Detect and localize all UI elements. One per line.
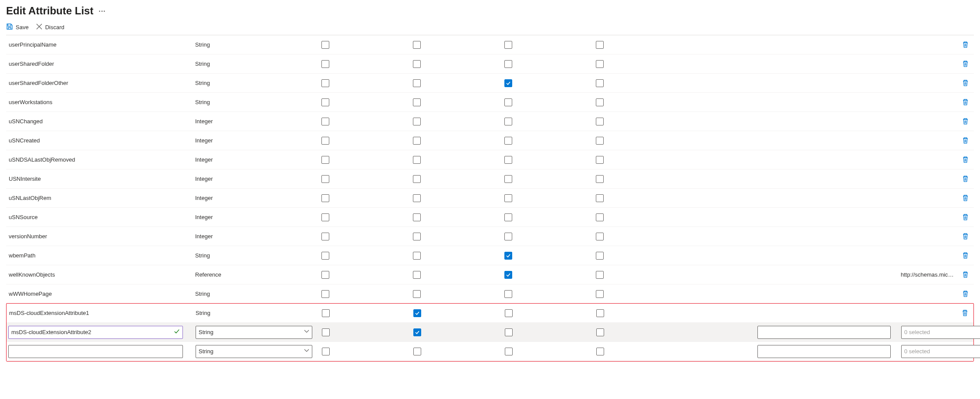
attribute-type-select[interactable]: String [196,326,312,339]
checkbox-col2[interactable] [413,348,421,355]
save-button[interactable]: Save [6,23,29,31]
checkbox-col1[interactable] [322,348,330,355]
checkbox-col2[interactable] [413,79,421,87]
attribute-name: userSharedFolderOther [6,80,193,86]
checkbox-col4[interactable] [596,156,604,164]
checkbox-col1[interactable] [321,233,329,240]
attribute-type: Integer [193,118,320,125]
checkbox-col1[interactable] [321,60,329,68]
checkbox-col2[interactable] [413,213,421,221]
attribute-name-input[interactable] [8,345,183,358]
checkbox-col2[interactable] [413,118,421,125]
checkbox-col1[interactable] [321,271,329,279]
checkbox-col1[interactable] [321,98,329,106]
delete-button[interactable] [956,213,974,221]
checkbox-col1[interactable] [321,156,329,164]
checkbox-col1[interactable] [321,252,329,260]
checkbox-col1[interactable] [322,309,330,317]
delete-button[interactable] [956,60,974,68]
more-icon[interactable]: ... [98,6,105,16]
checkbox-col1[interactable] [321,118,329,125]
api-select[interactable]: 0 selected [901,345,980,358]
delete-button[interactable] [956,194,974,202]
checkbox-col3[interactable] [504,98,512,106]
checkbox-col4[interactable] [596,41,604,49]
attribute-name-input[interactable]: msDS-cloudExtensionAttribute2 [8,326,183,339]
api-select[interactable]: 0 selected [901,326,980,339]
checkbox-col1[interactable] [321,290,329,298]
checkbox-col3[interactable] [504,271,512,279]
checkbox-col1[interactable] [321,175,329,183]
checkbox-col3[interactable] [504,79,512,87]
checkbox-col4[interactable] [596,233,604,240]
checkbox-col3[interactable] [505,328,513,336]
checkbox-col4[interactable] [596,137,604,145]
delete-button[interactable] [956,252,974,259]
list-value-input[interactable] [757,326,891,339]
checkbox-col3[interactable] [504,252,512,260]
delete-button[interactable] [956,156,974,163]
checkbox-col1[interactable] [321,137,329,145]
checkbox-col2[interactable] [413,233,421,240]
checkbox-col1[interactable] [321,41,329,49]
delete-button[interactable] [956,118,974,125]
checkbox-col4[interactable] [596,309,604,317]
checkbox-col4[interactable] [596,194,604,202]
checkbox-col4[interactable] [596,290,604,298]
checkbox-col3[interactable] [504,194,512,202]
checkbox-col4[interactable] [596,79,604,87]
checkbox-col2[interactable] [413,60,421,68]
checkbox-col4[interactable] [596,98,604,106]
checkbox-col4[interactable] [596,60,604,68]
checkbox-col2[interactable] [413,156,421,164]
attribute-name: userPrincipalName [6,41,193,48]
checkbox-col3[interactable] [504,137,512,145]
checkbox-col2[interactable] [413,328,421,336]
checkbox-col1[interactable] [321,213,329,221]
delete-button[interactable] [956,98,974,106]
attribute-name: uSNCreated [6,137,193,144]
checkbox-col3[interactable] [504,60,512,68]
checkbox-col4[interactable] [596,271,604,279]
delete-button[interactable] [956,309,973,317]
checkbox-col2[interactable] [413,41,421,49]
checkbox-col1[interactable] [321,194,329,202]
delete-button[interactable] [956,137,974,144]
checkbox-col4[interactable] [596,175,604,183]
checkbox-col2[interactable] [413,175,421,183]
checkbox-col3[interactable] [504,233,512,240]
checkbox-col2[interactable] [413,309,421,317]
delete-button[interactable] [956,290,974,298]
delete-button[interactable] [956,233,974,240]
checkbox-col1[interactable] [322,328,330,336]
checkbox-col4[interactable] [596,252,604,260]
checkbox-col3[interactable] [504,156,512,164]
checkbox-col1[interactable] [321,79,329,87]
delete-button[interactable] [956,175,974,183]
checkbox-col4[interactable] [596,328,604,336]
checkbox-col3[interactable] [504,290,512,298]
attribute-type-select[interactable]: String [196,345,312,358]
checkbox-col4[interactable] [596,348,604,355]
checkbox-col2[interactable] [413,194,421,202]
checkbox-col2[interactable] [413,98,421,106]
list-value-input[interactable] [757,345,891,358]
checkbox-col2[interactable] [413,290,421,298]
checkbox-col3[interactable] [505,348,513,355]
checkbox-col2[interactable] [413,137,421,145]
checkbox-col3[interactable] [504,118,512,125]
api-link[interactable]: http://schemas.microsoft.com/20... [899,271,956,278]
discard-button[interactable]: Discard [36,23,64,31]
delete-button[interactable] [956,41,974,48]
close-icon[interactable] [967,4,974,17]
delete-button[interactable] [956,271,974,278]
checkbox-col4[interactable] [596,118,604,125]
checkbox-col3[interactable] [505,309,513,317]
checkbox-col3[interactable] [504,213,512,221]
checkbox-col4[interactable] [596,213,604,221]
checkbox-col3[interactable] [504,41,512,49]
checkbox-col2[interactable] [413,271,421,279]
delete-button[interactable] [956,79,974,87]
checkbox-col3[interactable] [504,175,512,183]
checkbox-col2[interactable] [413,252,421,260]
